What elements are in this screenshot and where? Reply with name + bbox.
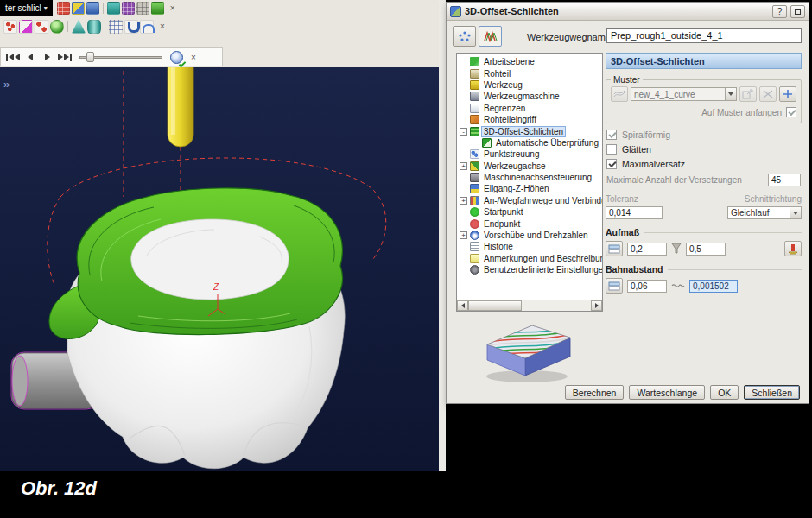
toolbar2-icon-4[interactable] (50, 20, 64, 34)
toolbar2-icon-5[interactable] (72, 20, 86, 34)
restore-button[interactable] (790, 5, 805, 18)
toolbar2-icon-6[interactable] (87, 20, 101, 34)
strategy-finishing-button[interactable] (479, 26, 502, 47)
pattern-create-button[interactable] (779, 86, 796, 102)
tree-item-punktstreuung[interactable]: Punktstreuung (460, 148, 602, 160)
radial-stock-input[interactable]: 0,2 (627, 243, 667, 256)
max-offset-label: Maximalversatz (622, 159, 685, 169)
toolbar1-icon-7[interactable] (151, 2, 164, 15)
stepover-secondary-input[interactable]: 0,001502 (689, 280, 738, 293)
start-on-pattern-label: Auf Muster anfangen (701, 108, 782, 117)
skip-start-icon[interactable] (5, 50, 20, 64)
toolbar1-icon-5[interactable] (122, 2, 135, 15)
toolbar1-icon-6[interactable] (136, 2, 149, 15)
expand-expander-icon[interactable]: + (460, 162, 467, 170)
toolbar1-close-icon[interactable]: × (168, 3, 178, 13)
cut-direction-select[interactable]: Gleichlauf (727, 206, 802, 219)
expand-expander-icon[interactable]: + (460, 197, 467, 205)
toolbar1-icons: × (53, 2, 178, 15)
pattern-edit-button[interactable] (759, 86, 777, 102)
pattern-pick-button[interactable] (739, 86, 757, 102)
toolbar2-icon-2[interactable] (19, 20, 33, 34)
tree-item-startpunkt[interactable]: Startpunkt (460, 206, 602, 218)
play-icon[interactable] (40, 50, 54, 64)
viewport-3d[interactable]: » (0, 67, 439, 471)
toolbar1-icon-3[interactable] (86, 2, 99, 15)
stepover-options-button[interactable] (606, 278, 623, 294)
tree-item-3d-offset-schlichten[interactable]: -3D-Offset-Schlichten (460, 125, 602, 136)
axial-stock-input[interactable]: 0,5 (686, 243, 726, 256)
axial-stock-button[interactable] (784, 241, 802, 256)
cutting-tool[interactable] (168, 67, 193, 147)
queue-button[interactable]: Warteschlange (629, 385, 705, 400)
stepover-input[interactable]: 0,06 (627, 280, 667, 293)
simulation-toolbar-close-icon[interactable]: × (188, 53, 199, 62)
max-count-input[interactable]: 45 (768, 174, 801, 186)
slider-thumb[interactable] (86, 52, 94, 62)
scroll-left-icon[interactable] (457, 300, 468, 311)
strategy-pattern-button[interactable] (453, 26, 476, 47)
tree-item-rohteil[interactable]: Rohteil (460, 67, 602, 79)
tree-horizontal-scrollbar[interactable] (457, 300, 602, 311)
tree-item-historie[interactable]: Historie (460, 241, 602, 252)
tree-item-endpunkt[interactable]: Endpunkt (460, 218, 602, 229)
tree-item-maschinenachsensteuerung[interactable]: Maschinenachsensteuerung (460, 172, 602, 183)
scroll-right-icon[interactable] (591, 300, 602, 311)
step-back-icon[interactable] (22, 50, 37, 64)
toolbar1-icon-1[interactable] (57, 2, 70, 15)
wave-icon (671, 281, 685, 290)
tree-item-an-wegfahrwege[interactable]: +An-/Wegfahrwege und Verbindungen (460, 195, 602, 206)
combo-arrow-button[interactable] (725, 88, 736, 100)
simulation-clock-icon[interactable] (170, 51, 183, 64)
pattern-select[interactable]: new_4_1_curve (631, 87, 737, 101)
dialog-titlebar[interactable]: 3D-Offset-Schlichten ? (447, 3, 809, 21)
scrollbar-thumb[interactable] (468, 300, 522, 311)
tree-item-werkzeugachse[interactable]: +Werkzeugachse (460, 161, 602, 172)
start-on-pattern-checkbox[interactable] (786, 107, 796, 117)
combo-arrow-button[interactable] (790, 207, 801, 218)
close-button[interactable]: Schließen (744, 385, 800, 400)
tree-item-benutzerdefinierte[interactable]: Benutzerdefinierte Einstellungen (460, 264, 602, 275)
smooth-row: Glätten (606, 144, 801, 155)
tree-item-werkzeugmaschine[interactable]: Werkzeugmaschine (460, 91, 602, 102)
expand-expander-icon[interactable]: + (460, 231, 467, 239)
tree-item-anmerkungen[interactable]: Anmerkungen und Beschreibung (460, 253, 602, 264)
toolbar2-close-icon[interactable]: × (157, 22, 168, 31)
collapse-expander-icon[interactable]: - (460, 128, 467, 136)
tree-item-begrenzen[interactable]: Begrenzen (460, 103, 602, 114)
toolbar2-icon-3[interactable] (35, 20, 48, 34)
toolbar2-icon-7[interactable] (109, 20, 123, 34)
toolbar2-icon-1[interactable] (3, 20, 17, 34)
spiral-checkbox[interactable] (606, 130, 617, 140)
calculate-button[interactable]: Berechnen (565, 385, 625, 400)
toolbar1-icon-2[interactable] (72, 2, 85, 15)
viewport-3d-scene[interactable]: Z (0, 67, 439, 471)
top-toolbars: ter schlicl ▾ × (0, 0, 446, 67)
simulation-speed-slider[interactable] (79, 50, 162, 64)
machine-axis-icon (470, 173, 479, 182)
toolpath-name-input[interactable]: Prep_rough1_outside_4_1 (606, 28, 802, 43)
tree-item-automatische-ueberpruefung[interactable]: Automatische Überprüfung (460, 137, 602, 148)
toolbar2-icon-8[interactable] (124, 20, 138, 34)
help-button[interactable]: ? (772, 5, 787, 18)
tree-item-eilgang-z-hoehen[interactable]: Eilgang-Z-Höhen (460, 183, 602, 194)
toolbar2-icon-9[interactable] (140, 20, 154, 34)
tree-item-vorschuebe[interactable]: +Vorschübe und Drehzahlen (460, 230, 602, 241)
smooth-checkbox[interactable] (606, 144, 617, 155)
pattern-preview-button[interactable] (611, 86, 628, 102)
ok-button[interactable]: OK (710, 385, 739, 400)
tree-item-arbeitsebene[interactable]: Arbeitsebene (460, 56, 602, 67)
viewport-toolbar-expander-icon[interactable]: » (3, 78, 10, 91)
toolpath-green-band[interactable] (49, 188, 342, 339)
tree-item-werkzeug[interactable]: Werkzeug (460, 79, 602, 91)
max-offset-checkbox[interactable] (606, 159, 617, 169)
stock-options-button[interactable] (606, 241, 623, 256)
toolbar1-icon-4[interactable] (107, 2, 120, 15)
toolbar-overflow-dropdown[interactable]: ter schlicl ▾ (0, 0, 53, 16)
tree-item-rohteileingriff[interactable]: Rohteileingriff (460, 114, 602, 125)
scrollbar-track[interactable] (468, 300, 591, 311)
skip-end-icon[interactable] (57, 50, 72, 64)
chevron-down-icon (793, 212, 798, 215)
limit-icon (470, 104, 479, 113)
tolerance-input[interactable]: 0,014 (606, 206, 663, 219)
